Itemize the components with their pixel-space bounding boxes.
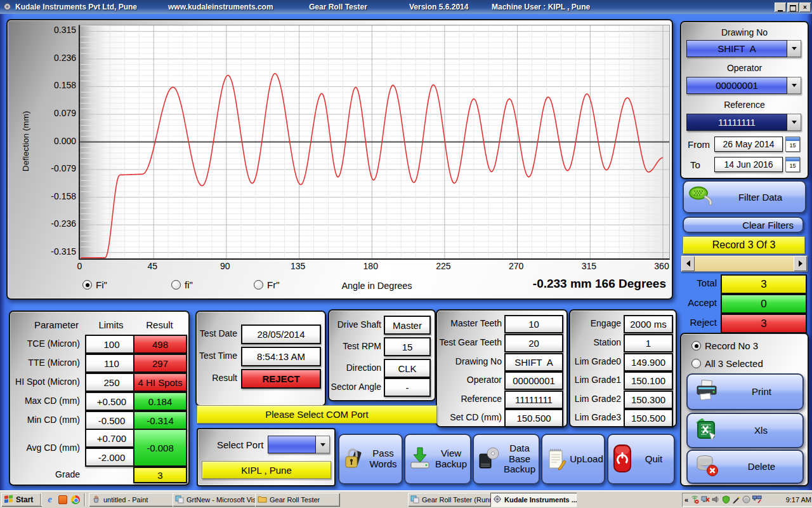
chevron-down-icon[interactable] — [787, 114, 801, 131]
waveform-chart — [80, 25, 669, 258]
to-date-input[interactable]: 14 Jun 2016 — [714, 157, 783, 172]
upload-button[interactable]: UpLoad — [541, 434, 605, 485]
scrollbar-track[interactable] — [695, 256, 794, 271]
windows-flag-icon — [4, 495, 13, 505]
to-calendar-icon[interactable]: 15 — [785, 157, 800, 172]
volume-icon[interactable] — [712, 495, 720, 505]
hispot-limit[interactable]: 250 — [85, 373, 138, 392]
lim-grade0-value[interactable]: 149.900 — [624, 353, 673, 371]
drawing-no-dropdown[interactable]: SHIFT A — [686, 40, 801, 57]
network-computers-icon[interactable] — [752, 495, 762, 505]
filter-data-label: Filter Data — [716, 192, 805, 203]
restore-button[interactable] — [787, 3, 799, 12]
lim-grade1-value[interactable]: 150.100 — [624, 371, 673, 390]
record-no-radio[interactable]: Record No 3 — [691, 340, 758, 351]
xls-button[interactable]: Xls — [686, 413, 804, 448]
delete-button[interactable]: Delete — [686, 450, 804, 484]
avgcd-limit-lower[interactable]: -2.000 — [85, 448, 138, 467]
minimize-button[interactable] — [775, 3, 786, 12]
download-manager-icon[interactable] — [742, 495, 750, 505]
direction-value[interactable]: CLK — [384, 359, 431, 378]
test-rpm-value[interactable]: 15 — [384, 337, 431, 356]
kudale-app-icon[interactable] — [57, 494, 68, 505]
database-backup-button[interactable]: Data Base Backup — [473, 434, 540, 485]
clear-filters-label: Clear Filters — [742, 220, 794, 231]
test-gear-teeth-value[interactable]: 20 — [504, 334, 563, 352]
tray-chevron[interactable]: « — [684, 496, 688, 504]
sector-angle-value[interactable]: - — [384, 378, 431, 397]
task-kudale-instruments[interactable]: Kudale Instruments ... — [490, 493, 577, 507]
to-label: To — [690, 159, 700, 170]
fi-radio[interactable]: Fi" — [82, 279, 107, 290]
operator-dropdown[interactable]: 00000001 — [686, 77, 801, 94]
master-teeth-value[interactable]: 10 — [504, 315, 563, 333]
operator-value2[interactable]: 00000001 — [504, 371, 563, 390]
lim-grade3-value[interactable]: 150.500 — [624, 409, 673, 427]
maxcd-limit[interactable]: +0.500 — [85, 392, 138, 411]
folder-icon — [258, 495, 267, 504]
updates-shield-icon[interactable] — [722, 495, 730, 505]
engage-value[interactable]: 2000 ms — [624, 315, 673, 333]
reference-value2[interactable]: 11111111 — [504, 391, 563, 409]
set-cd-value[interactable]: 150.500 — [504, 409, 563, 427]
station-value[interactable]: 1 — [624, 334, 673, 352]
clear-filters-button[interactable]: Clear Filters — [683, 217, 804, 233]
view-backup-button[interactable]: View Backup — [404, 434, 471, 485]
tce-limit[interactable]: 100 — [85, 335, 138, 354]
sector-angle-label: Sector Angle — [329, 382, 381, 392]
total-label: Total — [680, 277, 717, 288]
task-gear-roll-tester-folder[interactable]: Gear Roll Tester — [255, 493, 340, 507]
tte-limit[interactable]: 110 — [85, 354, 138, 373]
fr-radio[interactable]: Fr" — [254, 279, 279, 290]
right-arrow-icon — [799, 260, 802, 267]
internet-explorer-icon[interactable]: e — [44, 494, 55, 505]
x-tick-label: 0 — [77, 261, 82, 271]
task-gear-roll-tester-running[interactable]: Gear Roll Tester (Runnin... — [408, 493, 494, 507]
padlock-icon — [339, 446, 363, 473]
radio-circle-icon — [171, 280, 181, 290]
browser-icon[interactable] — [70, 494, 81, 505]
network-disabled-icon[interactable] — [701, 495, 710, 505]
titlebar-company: Kudale Instruments Pvt Ltd, Pune — [15, 3, 137, 11]
pass-words-button[interactable]: Pass Words — [338, 434, 403, 485]
pen-input-icon[interactable] — [732, 495, 740, 505]
x-tick-label: 315 — [582, 261, 596, 271]
quit-button[interactable]: Quit — [607, 434, 675, 485]
chevron-down-icon[interactable] — [316, 436, 330, 453]
lim-grade2-value[interactable]: 150.300 — [624, 391, 673, 409]
test-rpm-label: Test RPM — [329, 341, 381, 351]
mincd-limit[interactable]: -0.500 — [85, 411, 138, 430]
reference-dropdown[interactable]: 11111111 — [686, 114, 801, 131]
close-button[interactable]: × — [799, 3, 811, 12]
drawing-no-value2[interactable]: SHIFT A — [504, 353, 563, 371]
task-grtnew[interactable]: GrtNew - Microsoft Visual... — [173, 493, 258, 507]
drive-shaft-value[interactable]: Master — [384, 316, 431, 335]
wireless-icon[interactable] — [690, 495, 699, 505]
chevron-down-icon[interactable] — [787, 40, 801, 57]
fi-lower-radio[interactable]: fi" — [171, 279, 193, 290]
avgcd-limit-upper[interactable]: +0.700 — [85, 429, 138, 448]
all-selected-radio[interactable]: All 3 Selected — [691, 358, 763, 369]
titlebar-website: www.kudaleinstruments.com — [168, 3, 273, 11]
x-tick-label: 45 — [147, 261, 157, 271]
chevron-down-icon[interactable] — [787, 77, 801, 94]
y-tick-label: 0.000 — [54, 136, 76, 146]
set-cd-label: Set CD (mm) — [437, 412, 502, 422]
plot-area[interactable] — [79, 25, 670, 260]
from-date-input[interactable]: 26 May 2014 — [714, 137, 783, 152]
select-port-dropdown[interactable] — [268, 436, 330, 453]
x-tick-label: 90 — [220, 261, 230, 271]
task-paint[interactable]: untitled - Paint — [89, 493, 175, 507]
clock[interactable]: 9:17 AM — [786, 496, 811, 504]
taskbar-divider — [84, 493, 85, 506]
taskbar-divider — [40, 493, 41, 506]
filter-data-button[interactable]: Filter Data — [683, 180, 806, 213]
hispot-result: 4 HI Spots — [133, 373, 187, 392]
start-button[interactable]: Start — [1, 493, 42, 507]
print-button[interactable]: Print — [686, 373, 804, 410]
taskbar: Start e untitled - Paint GrtNew - Micros… — [0, 490, 812, 508]
record-scrollbar[interactable] — [681, 255, 808, 272]
scroll-left-button[interactable] — [681, 256, 695, 271]
from-calendar-icon[interactable]: 15 — [785, 137, 800, 152]
scroll-right-button[interactable] — [794, 256, 807, 271]
